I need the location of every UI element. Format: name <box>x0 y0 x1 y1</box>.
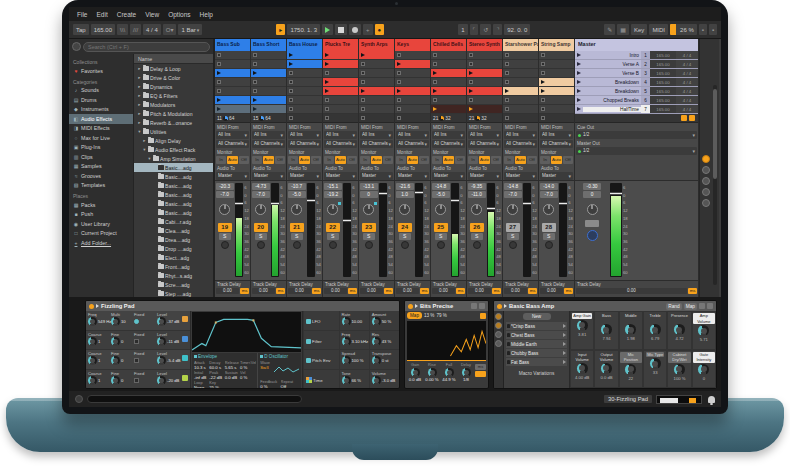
macro-cell[interactable]: Bass7.94 <box>594 311 618 350</box>
envelope-param[interactable]: Attack10.3 s <box>194 360 209 370</box>
monitor-auto-button[interactable]: Auto <box>407 156 417 164</box>
input-type-select[interactable]: All Ins▾ <box>252 131 285 139</box>
clip-slot[interactable] <box>503 60 538 69</box>
track-delay-unit-button[interactable]: ms <box>312 288 321 294</box>
input-channel-select[interactable]: All Channels▾ <box>252 140 285 148</box>
scene-launch-icon[interactable] <box>577 53 581 57</box>
tap-tempo-button[interactable]: Tap <box>73 24 89 35</box>
volume-display[interactable]: -7.0 <box>540 191 558 198</box>
param-knob[interactable] <box>428 368 437 377</box>
arm-button[interactable] <box>509 241 517 249</box>
clip-slot[interactable] <box>359 87 394 96</box>
bits-param[interactable]: Gain0.0 dB <box>407 362 423 388</box>
selected-device-breadcrumb[interactable]: 30-Fizzling Pad <box>604 395 652 403</box>
loop-button[interactable]: ↺ <box>480 24 491 35</box>
hot-swap-icon[interactable] <box>699 303 705 309</box>
ms-toggle-button[interactable]: ms <box>475 364 486 370</box>
file-item[interactable]: Rhyt...s.adg <box>134 271 213 280</box>
macro-cell[interactable]: Amp Volume5.71 <box>692 311 716 350</box>
clip-slot[interactable] <box>467 87 502 96</box>
scene-signature[interactable]: 4 / 4 <box>676 96 698 104</box>
param-knob[interactable] <box>111 337 120 346</box>
input-type-select[interactable]: All Ins▾ <box>324 131 357 139</box>
monitor-auto-button[interactable]: Auto <box>443 156 453 164</box>
loop-start-display[interactable]: 1 <box>458 24 467 35</box>
menu-help[interactable]: Help <box>200 11 213 18</box>
track-header[interactable]: Bass House <box>287 39 322 51</box>
fader-handle[interactable] <box>558 202 568 205</box>
fold-device-icon[interactable] <box>504 304 507 308</box>
clip-slot[interactable] <box>251 60 286 69</box>
clip-slot[interactable] <box>251 105 286 114</box>
monitor-auto-button[interactable]: Auto <box>299 156 309 164</box>
macro-knob[interactable] <box>601 363 612 374</box>
quantization-select[interactable]: 1 Bar▾ <box>178 24 202 35</box>
map-button[interactable]: Map <box>684 303 697 310</box>
cpu-meter[interactable]: 26 % <box>670 24 697 35</box>
osc-d-param[interactable]: RepeatOff <box>281 379 301 389</box>
envelope-param[interactable]: Vel0 % <box>240 370 257 380</box>
peak-level-display[interactable]: -13.1 <box>360 183 378 190</box>
volume-fader[interactable] <box>379 183 387 277</box>
scene-signature[interactable]: 4 / 4 <box>676 87 698 95</box>
input-channel-select[interactable]: All Channels▾ <box>288 140 321 148</box>
clip-slot[interactable] <box>431 69 466 78</box>
monitor-in-button[interactable]: In <box>432 156 442 164</box>
clip-slot[interactable] <box>323 78 358 87</box>
device-on-icon[interactable] <box>497 304 502 309</box>
param-knob[interactable] <box>372 356 381 365</box>
scene-tempo[interactable]: 165.00 <box>650 105 676 113</box>
clip-slot[interactable] <box>395 87 430 96</box>
track-header[interactable]: String Samp <box>539 39 574 51</box>
macro-knob[interactable] <box>625 364 636 375</box>
clip-slot[interactable] <box>539 87 574 96</box>
peak-level-display[interactable]: -10.7 <box>288 183 306 190</box>
monitor-in-button[interactable]: In <box>324 156 334 164</box>
chain-row[interactable]: Chest Bass <box>506 331 567 339</box>
file-item[interactable]: Front...adg <box>134 262 213 271</box>
cue-mode-switch[interactable] <box>585 220 599 227</box>
solo-button[interactable]: S <box>291 233 303 240</box>
input-channel-select[interactable]: All Channels▾ <box>432 140 465 148</box>
scene-rail-button[interactable] <box>702 166 710 174</box>
macro-cell[interactable]: Presence4.72 <box>667 311 691 350</box>
file-item[interactable]: Drea....adg <box>134 235 213 244</box>
monitor-in-button[interactable]: In <box>360 156 370 164</box>
variation-view-toggle[interactable] <box>495 322 502 329</box>
volume-fader[interactable] <box>271 183 279 277</box>
scene-launch-icon[interactable] <box>577 80 581 84</box>
clip-slot[interactable] <box>323 105 358 114</box>
clip-slot[interactable] <box>539 105 574 114</box>
peak-level-display[interactable]: -20.3 <box>216 183 234 190</box>
macro-view-toggle[interactable] <box>495 313 502 320</box>
output-select[interactable]: Master▾ <box>432 172 465 180</box>
device-on-icon[interactable] <box>408 304 413 309</box>
scene-tempo[interactable]: 165.00 <box>650 51 676 59</box>
vertical-scrollbar[interactable] <box>713 85 717 285</box>
folder-item[interactable]: ▾Utilities <box>134 127 213 136</box>
expand-arrow-icon[interactable]: ▸ <box>137 120 142 125</box>
arm-button[interactable] <box>437 241 445 249</box>
osc-d-param[interactable]: Feedback0 % <box>260 379 280 389</box>
pan-knob[interactable] <box>219 204 230 215</box>
fader-handle[interactable] <box>522 202 532 205</box>
scene-tempo[interactable]: 165.00 <box>650 87 676 95</box>
input-type-select[interactable]: All Ins▾ <box>432 131 465 139</box>
fold-device-icon[interactable] <box>415 304 418 308</box>
track-header[interactable]: Synth Arps <box>359 39 394 51</box>
input-channel-select[interactable]: All Channels▾ <box>504 140 537 148</box>
scene-signature[interactable]: 4 / 4 <box>676 69 698 77</box>
track-delay-unit-button[interactable]: ms <box>688 288 697 294</box>
stop-all-clips-round-button[interactable] <box>702 155 710 163</box>
arm-button[interactable] <box>473 241 481 249</box>
clip-slot[interactable] <box>395 105 430 114</box>
clip-slot[interactable] <box>323 69 358 78</box>
track-delay-value[interactable]: 0.00 <box>540 288 563 294</box>
fader-handle[interactable] <box>609 192 623 195</box>
track-activator-button[interactable]: 23 <box>362 223 376 232</box>
device-on-icon[interactable] <box>89 304 94 309</box>
bits-param[interactable]: Rise0.00 % <box>424 362 440 388</box>
sidebar-item-drums[interactable]: ▤Drums <box>69 95 133 105</box>
sidebar-item-clips[interactable]: ▥Clips <box>69 152 133 162</box>
fader-handle[interactable] <box>486 207 496 210</box>
